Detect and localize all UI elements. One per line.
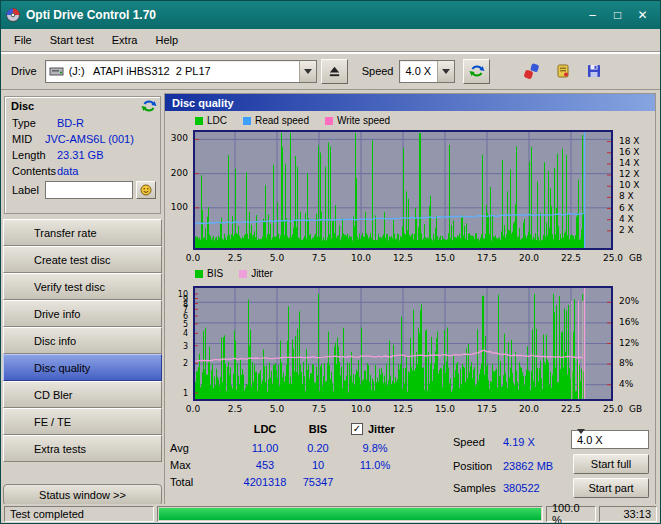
sidebar-item-drive-info[interactable]: Drive info (3, 300, 162, 327)
refresh-speeds-button[interactable] (463, 59, 490, 84)
eject-button[interactable] (321, 59, 348, 84)
sidebar-item-cd-bler[interactable]: CD Bler (3, 381, 162, 408)
progress-fill (159, 508, 541, 520)
disc-length-label: Length (12, 149, 46, 161)
smiley-icon (140, 184, 152, 196)
axis-tick-label: 20.0 (513, 253, 545, 263)
axis-tick-label: 2 X (619, 225, 634, 235)
speed-stat-label: Speed (453, 436, 485, 448)
stats-panel: LDC BIS ✓ Jitter Avg 11.00 0.20 9.8% Max… (165, 418, 655, 505)
title-bar: Opti Drive Control 1.70 – □ ✕ (1, 1, 660, 29)
clipboard-button[interactable] (549, 59, 576, 84)
axis-tick-label: 5 (183, 320, 188, 329)
axis-tick-label: 100 (171, 202, 188, 212)
menu-help[interactable]: Help (146, 31, 187, 49)
axis-tick-label: 5.0 (261, 404, 293, 414)
axis-tick-label: 8 X (619, 191, 634, 201)
sidebar-item-verify-test-disc[interactable]: Verify test disc (3, 273, 162, 300)
axis-tick-label: 12.5 (387, 253, 419, 263)
stat-row-avg: Avg (170, 442, 189, 454)
disc-contents-label: Contents (12, 165, 56, 177)
maximize-button[interactable]: □ (605, 5, 630, 25)
axis-tick-label: GB (629, 404, 642, 414)
axis-tick-label: 25.0 (597, 253, 629, 263)
start-part-button[interactable]: Start part (573, 478, 649, 498)
axis-tick-label: 0.0 (177, 404, 209, 414)
drive-icon (49, 64, 64, 79)
axis-tick-label: 3 (183, 342, 188, 351)
axis-tick-label: 17.5 (471, 253, 503, 263)
sidebar-item-transfer-rate[interactable]: Transfer rate (3, 219, 162, 246)
sidebar-item-disc-quality[interactable]: Disc quality (3, 354, 162, 381)
menu-bar: File Start test Extra Help (1, 29, 660, 52)
axis-tick-label: 18 X (619, 136, 639, 146)
axis-tick-label: 17.5 (471, 404, 503, 414)
speed-dropdown-arrow[interactable] (437, 61, 454, 82)
axis-tick-label: 1 (183, 389, 188, 398)
save-button[interactable] (580, 59, 607, 84)
axis-tick-label: 2.5 (219, 404, 251, 414)
jitter-legend-swatch (239, 270, 247, 278)
menu-extra[interactable]: Extra (103, 31, 147, 49)
minimize-button[interactable]: – (580, 5, 605, 25)
start-full-button[interactable]: Start full (573, 454, 649, 474)
bis-legend-swatch (195, 270, 203, 278)
ldc-legend-label: LDC (207, 115, 227, 126)
axis-tick-label: 10.0 (345, 404, 377, 414)
drive-dropdown-arrow[interactable] (299, 61, 316, 82)
menu-start-test[interactable]: Start test (41, 31, 103, 49)
axis-tick-label: 7.5 (303, 404, 335, 414)
disc-mid-label: MID (12, 133, 32, 145)
eject-icon (328, 65, 341, 78)
status-window-button[interactable]: Status window >> (3, 484, 162, 506)
speed-select[interactable]: 4.0 X (399, 60, 455, 83)
toolbar: Drive (J:) ATAPI iHBS312 2 PL17 Speed 4.… (1, 53, 660, 90)
stat-row-total: Total (170, 476, 193, 488)
axis-tick-label: 8% (619, 358, 633, 368)
samples-stat-label: Samples (453, 482, 496, 494)
bis-avg: 0.20 (293, 442, 343, 454)
disc-refresh-button[interactable] (141, 98, 157, 116)
save-icon (586, 63, 602, 79)
disc-type-value: BD-R (57, 117, 84, 129)
sidebar-item-create-test-disc[interactable]: Create test disc (3, 246, 162, 273)
drive-value: (J:) ATAPI iHBS312 2 PL17 (64, 65, 216, 77)
close-button[interactable]: ✕ (630, 5, 655, 25)
ldc-total: 4201318 (235, 476, 295, 488)
disc-label-button[interactable] (136, 181, 156, 199)
drive-label: Drive (11, 65, 37, 77)
disc-label-input[interactable] (45, 181, 133, 199)
axis-tick-label: 6 X (619, 203, 634, 213)
bis-total: 75347 (293, 476, 343, 488)
disc-label-label: Label (12, 184, 39, 196)
status-text: Test completed (4, 506, 154, 522)
elapsed-time: 33:13 (599, 506, 657, 522)
stat-col-jitter: Jitter (368, 423, 395, 435)
clipboard-icon (555, 63, 571, 79)
sidebar-item-extra-tests[interactable]: Extra tests (3, 435, 162, 462)
position-stat-label: Position (453, 460, 492, 472)
axis-tick-label: 15.0 (429, 253, 461, 263)
sidebar-item-fe-te[interactable]: FE / TE (3, 408, 162, 435)
disc-group-title: Disc (11, 100, 34, 112)
disc-info-group: Disc Type BD-R MID JVC-AMS6L (001) Lengt… (4, 96, 161, 214)
drive-select[interactable]: (J:) ATAPI iHBS312 2 PL17 (45, 60, 317, 83)
disc-length-value: 23.31 GB (57, 149, 103, 161)
disc-contents-value[interactable]: data (57, 165, 78, 177)
jitter-checkbox[interactable]: ✓ (351, 423, 363, 435)
legend-top: LDC Read speed Write speed (195, 115, 390, 126)
bis-max: 10 (293, 459, 343, 471)
samples-stat-value: 380522 (503, 482, 540, 494)
capture-button[interactable] (518, 59, 545, 84)
jitter-legend-label: Jitter (251, 268, 273, 279)
test-speed-select[interactable]: 4.0 X (571, 430, 649, 449)
menu-file[interactable]: File (5, 31, 41, 49)
jitter-avg: 9.8% (347, 442, 403, 454)
sidebar-item-disc-info[interactable]: Disc info (3, 327, 162, 354)
axis-tick-label: 12.5 (387, 404, 419, 414)
axis-tick-label: 2.5 (219, 253, 251, 263)
read-speed-legend-label: Read speed (255, 115, 309, 126)
stat-row-max: Max (170, 459, 191, 471)
disc-mid-value: JVC-AMS6L (001) (45, 133, 134, 145)
axis-tick-label: 22.5 (555, 404, 587, 414)
